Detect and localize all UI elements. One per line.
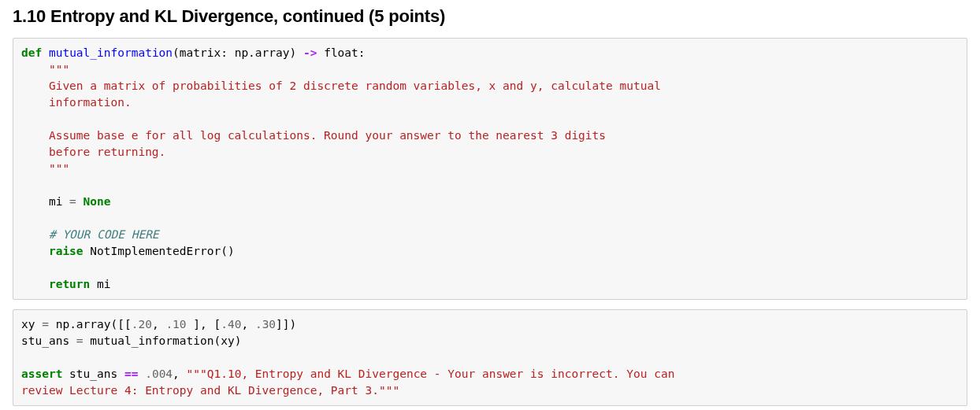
code-block-2: xy = np.array([[.20, .10 ], [.40, .30]])… [21,316,959,399]
equals: = [69,195,76,208]
var-xy: xy [21,318,42,331]
num-literal: .004 [145,368,173,380]
num-literal: .20 [132,318,152,331]
code-cell-definition: def mutual_information(matrix: np.array)… [13,38,967,300]
keyword-def: def [21,46,42,59]
keyword-return: return [21,278,90,290]
num-literal: .40 [221,318,241,331]
array-mid: ], [ [187,318,221,331]
exception-call: NotImplementedError() [84,245,235,257]
const-none: None [76,195,111,208]
comment-placeholder: # YOUR CODE HERE [21,228,159,241]
equals: = [76,334,84,347]
return-var: mi [90,278,110,290]
space [138,368,145,380]
function-name: mutual_information [49,46,173,59]
code-block-1: def mutual_information(matrix: np.array)… [21,45,959,293]
docstring-line: information. [21,96,132,109]
comma: , [173,368,186,380]
comma: , [152,318,165,331]
keyword-assert: assert [21,368,62,380]
assert-msg-line1: """Q1.10, Entropy and KL Divergence - Yo… [187,368,675,380]
array-close: ]]) [276,318,296,331]
var-stuans: stu_ans [21,334,76,347]
keyword-raise: raise [21,245,84,257]
colon: : [358,46,366,59]
docstring-line: Given a matrix of probabilities of 2 dis… [21,79,661,92]
array-open: np.array([[ [49,318,132,331]
docstring-line: before returning. [21,146,165,158]
docstring-close: """ [21,162,69,175]
signature-params: (matrix: np.array) [173,46,303,59]
equals: = [42,318,49,331]
eq-operator: == [124,368,138,380]
docstring-open: """ [21,63,69,76]
section-heading: 1.10 Entropy and KL Divergence, continue… [13,6,967,27]
code-cell-test: xy = np.array([[.20, .10 ], [.40, .30]])… [13,309,967,406]
assert-msg-line2: review Lecture 4: Entropy and KL Diverge… [21,384,399,397]
docstring-line: Assume base e for all log calculations. … [21,129,606,142]
function-call: mutual_information(xy) [84,334,242,347]
num-literal: .30 [255,318,276,331]
var-mi: mi [21,195,69,208]
assert-lhs: stu_ans [62,368,124,380]
arrow-operator: -> [303,46,317,59]
num-literal: .10 [165,318,186,331]
comma: , [241,318,254,331]
return-type: float [317,46,358,59]
